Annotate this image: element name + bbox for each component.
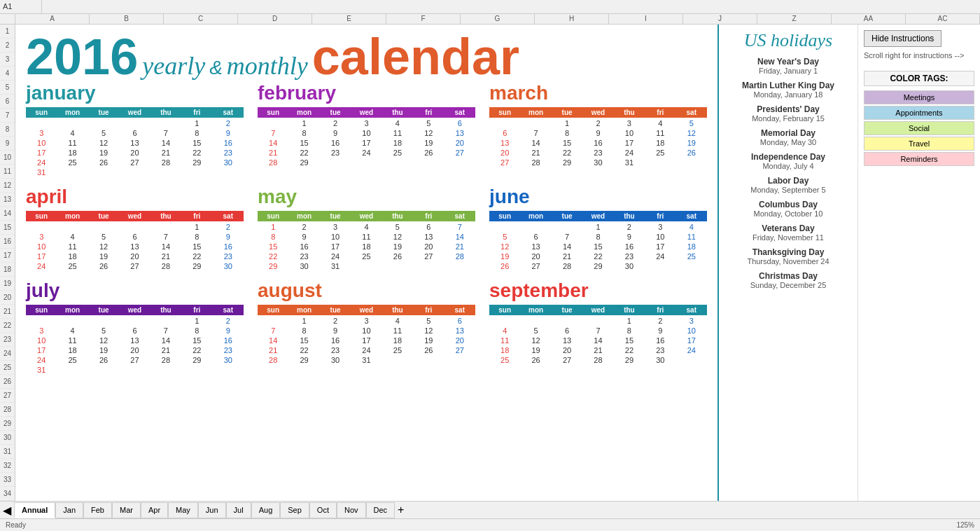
day-header-thu: thu xyxy=(150,211,181,221)
cal-day-cell xyxy=(444,355,475,365)
cal-day-cell: 28 xyxy=(150,261,181,271)
holiday-item: Veterans DayFriday, November 11 xyxy=(724,223,852,242)
sheet-tab-jan[interactable]: Jan xyxy=(55,502,83,518)
cal-day-cell: 14 xyxy=(258,336,288,345)
cal-day-cell: 28 xyxy=(150,158,181,167)
cal-day-cell: 23 xyxy=(320,345,351,355)
cal-day-cell: 9 xyxy=(213,232,244,242)
cal-day-cell: 12 xyxy=(88,242,119,251)
day-header-row-august: sunmontuewedthufrisat xyxy=(258,305,475,315)
row-25: 25 xyxy=(0,361,15,375)
cal-day-cell: 10 xyxy=(351,326,382,336)
row-28: 28 xyxy=(0,403,15,417)
cal-day-cell: 25 xyxy=(676,251,707,261)
hide-instructions-button[interactable]: Hide Instructions xyxy=(864,30,941,47)
cal-day-cell: 23 xyxy=(645,345,676,355)
cal-day-cell: 12 xyxy=(88,336,119,345)
cal-day-cell: 18 xyxy=(57,251,88,261)
row-13: 13 xyxy=(0,193,15,207)
color-tag-item: Appointments xyxy=(864,106,974,120)
cal-day-cell: 31 xyxy=(26,167,57,177)
cal-day-cell: 15 xyxy=(181,242,212,251)
cal-grid-april: 1234567891011121314151617181920212223242… xyxy=(26,222,244,271)
sheet-tabs-bar: ◀ AnnualJanFebMarAprMayJunJulAugSepOctNo… xyxy=(0,501,980,518)
sheet-tab-annual[interactable]: Annual xyxy=(14,502,55,518)
add-sheet-icon[interactable]: + xyxy=(395,504,407,516)
cal-day-cell: 20 xyxy=(119,251,150,261)
sheet-tab-dec[interactable]: Dec xyxy=(366,502,396,518)
col-aa: AA xyxy=(832,14,906,25)
sheet-tab-aug[interactable]: Aug xyxy=(251,502,281,518)
cal-day-cell: 16 xyxy=(582,138,613,148)
cal-day-cell: 26 xyxy=(88,355,119,365)
cal-day-cell: 16 xyxy=(320,336,351,345)
cal-day-cell: 10 xyxy=(645,232,676,242)
title-year: 2016 xyxy=(26,32,138,82)
title-yearly: yearly xyxy=(142,51,205,81)
row-34: 34 xyxy=(0,487,15,501)
day-header-sat: sat xyxy=(444,211,475,221)
cal-day-cell: 7 xyxy=(520,128,551,138)
cal-day-cell: 11 xyxy=(489,336,520,345)
tab-scroll-left[interactable]: ◀ xyxy=(0,504,14,517)
cal-day-cell xyxy=(88,365,119,375)
cal-day-cell: 29 xyxy=(552,158,582,167)
instructions-text: Scroll right for instructions --> xyxy=(864,51,974,60)
cal-day-cell: 12 xyxy=(413,326,444,336)
day-header-tue: tue xyxy=(320,107,351,118)
cal-day-cell: 10 xyxy=(26,336,57,345)
cal-day-cell: 28 xyxy=(444,251,475,261)
holiday-item: Labor DayMonday, September 5 xyxy=(724,176,852,194)
day-header-sun: sun xyxy=(489,211,520,221)
row-11: 11 xyxy=(0,165,15,179)
holiday-date: Friday, January 1 xyxy=(724,67,852,75)
cal-day-cell: 1 xyxy=(181,316,212,326)
sheet-tab-jun[interactable]: Jun xyxy=(198,502,226,518)
cal-day-cell: 15 xyxy=(258,242,288,251)
month-march: marchsunmontuewedthufrisat12345678910111… xyxy=(489,82,707,177)
cal-day-cell: 28 xyxy=(552,261,582,271)
day-header-mon: mon xyxy=(288,211,319,221)
cal-day-cell: 8 xyxy=(288,128,319,138)
zoom-level: 125% xyxy=(956,521,974,529)
holiday-date: Friday, November 11 xyxy=(724,233,852,242)
cal-day-cell: 29 xyxy=(258,261,288,271)
cal-day-cell: 3 xyxy=(26,232,57,242)
cal-day-cell: 25 xyxy=(489,355,520,365)
cal-day-cell: 4 xyxy=(676,222,707,232)
month-name-june: june xyxy=(489,186,707,208)
sheet-tab-mar[interactable]: Mar xyxy=(112,502,141,518)
day-header-wed: wed xyxy=(582,305,613,315)
cal-day-cell xyxy=(57,167,88,177)
cal-day-cell: 15 xyxy=(288,336,319,345)
cal-day-cell: 26 xyxy=(413,148,444,158)
cal-day-cell: 12 xyxy=(520,336,551,345)
sheet-tab-nov[interactable]: Nov xyxy=(337,502,366,518)
col-f: F xyxy=(386,14,461,25)
cal-day-cell: 15 xyxy=(552,138,582,148)
cal-day-cell: 4 xyxy=(57,128,88,138)
sheet-tab-sep[interactable]: Sep xyxy=(280,502,309,518)
color-tags-section: COLOR TAGS: MeetingsAppointmentsSocialTr… xyxy=(864,71,974,166)
cal-day-cell: 23 xyxy=(213,148,244,158)
sheet-tab-oct[interactable]: Oct xyxy=(309,502,337,518)
cal-day-cell xyxy=(382,355,413,365)
holiday-item: Presidents' DayMonday, February 15 xyxy=(724,104,852,123)
sheet-tab-apr[interactable]: Apr xyxy=(141,502,168,518)
cal-day-cell: 7 xyxy=(150,326,181,336)
cal-day-cell xyxy=(351,158,382,167)
cal-day-cell: 30 xyxy=(288,261,319,271)
cal-day-cell xyxy=(676,355,707,365)
row-23: 23 xyxy=(0,333,15,347)
sheet-tab-may[interactable]: May xyxy=(168,502,198,518)
cal-day-cell: 8 xyxy=(181,128,212,138)
sheet-tab-feb[interactable]: Feb xyxy=(83,502,112,518)
cal-day-cell: 24 xyxy=(676,345,707,355)
cal-day-cell xyxy=(150,316,181,326)
cal-day-cell: 1 xyxy=(582,222,613,232)
cal-day-cell xyxy=(645,158,676,167)
cal-day-cell: 30 xyxy=(645,355,676,365)
day-header-thu: thu xyxy=(614,305,645,315)
sheet-tab-jul[interactable]: Jul xyxy=(226,502,251,518)
cal-day-cell: 3 xyxy=(320,222,351,232)
